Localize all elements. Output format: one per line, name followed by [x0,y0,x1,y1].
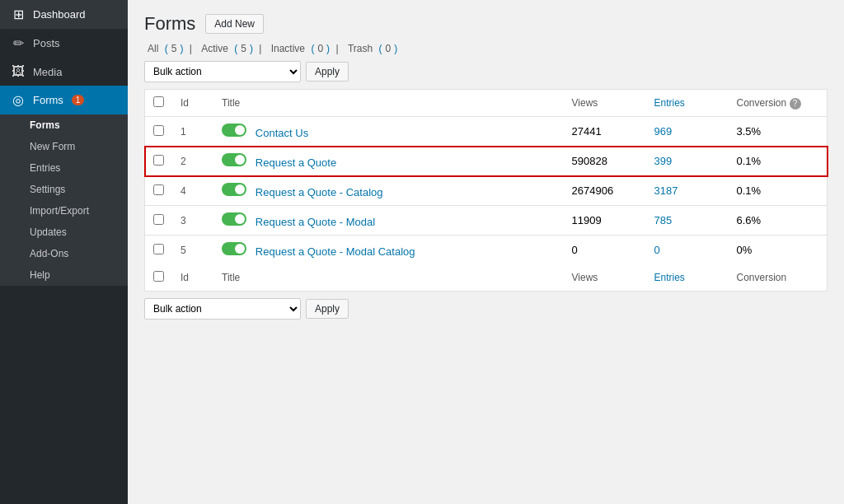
row-views: 27441 [564,117,646,147]
row-toggle[interactable] [222,242,246,255]
header-conversion: Conversion ? [729,90,828,117]
row-checkbox[interactable] [153,214,164,225]
row-toggle[interactable] [222,212,246,226]
footer-conversion: Conversion [729,264,828,292]
bulk-action-bar-top: Bulk action Delete Apply [144,61,828,82]
row-checkbox-cell [145,117,173,147]
sidebar-submenu-item-forms[interactable]: Forms [0,114,128,136]
filter-inactive-link[interactable]: Inactive (0) [268,43,333,54]
form-title-link[interactable]: Request a Quote - Catalog [256,186,383,198]
sidebar-item-label: Posts [33,37,60,49]
row-id: 3 [172,206,213,236]
table-row: 2 Request a Quote 590828 399 0.1% [145,147,828,176]
row-title-cell: Request a Quote - Modal Catalog [213,236,564,265]
row-checkbox[interactable] [153,125,164,136]
filter-all-link[interactable]: All (5) [144,43,186,54]
bulk-action-select-bottom[interactable]: Bulk action Delete [144,298,301,320]
table-row: 4 Request a Quote - Catalog 2674906 3187… [145,176,828,206]
add-new-button[interactable]: Add New [205,14,264,34]
sidebar-item-label: Dashboard [33,8,86,21]
row-toggle[interactable] [222,153,246,166]
row-id: 4 [172,176,213,206]
row-conversion: 6.6% [729,206,828,236]
row-checkbox[interactable] [153,244,164,254]
sidebar-item-media[interactable]: 🖼 Media [0,58,128,86]
forms-table: Id Title Views Entries Conversion ? 1 [144,89,828,292]
row-entries-link[interactable]: 969 [654,125,673,138]
row-views: 0 [564,236,646,265]
dashboard-icon: ⊞ [10,7,26,22]
toggle-track [222,242,246,255]
sidebar-submenu-item-updates[interactable]: Updates [0,222,128,243]
select-all-checkbox[interactable] [153,96,164,107]
sidebar-submenu-item-add-ons[interactable]: Add-Ons [0,243,128,264]
header-checkbox-cell [145,90,173,117]
header-title: Title [213,90,564,117]
filter-trash-link[interactable]: Trash (0) [345,43,397,54]
toggle-thumb [235,125,245,135]
row-entries: 0 [646,236,729,265]
table-header-row: Id Title Views Entries Conversion ? [145,90,828,117]
main-content: Forms Add New All (5) | Active (5) | Ina… [128,0,844,504]
filter-active-link[interactable]: Active (5) [198,43,256,54]
toggle-track [222,212,246,226]
row-checkbox[interactable] [153,184,164,195]
toggle-thumb [235,155,245,165]
row-entries: 969 [646,117,729,147]
table-row: 3 Request a Quote - Modal 11909 785 6.6% [145,206,828,236]
toggle-track [222,153,246,166]
conversion-help-icon[interactable]: ? [790,98,801,110]
sidebar-submenu-item-help[interactable]: Help [0,264,128,286]
row-conversion: 0.1% [729,147,828,176]
footer-checkbox-cell [145,264,173,292]
sidebar-submenu-item-settings[interactable]: Settings [0,179,128,200]
row-id: 2 [172,147,213,176]
footer-views: Views [564,264,646,292]
form-title-link[interactable]: Request a Quote [256,156,336,169]
row-entries: 3187 [646,176,729,206]
row-entries-link[interactable]: 3187 [654,184,678,197]
table-row: 1 Contact Us 27441 969 3.5% [145,117,828,147]
footer-entries: Entries [646,264,729,292]
footer-id: Id [172,264,213,292]
row-title-cell: Contact Us [213,117,564,147]
footer-title: Title [213,264,564,292]
header-id: Id [172,90,213,117]
row-entries-link[interactable]: 0 [654,244,660,256]
row-checkbox-cell [145,147,173,176]
select-all-checkbox-footer[interactable] [153,271,164,282]
sidebar-submenu-item-import-export[interactable]: Import/Export [0,200,128,222]
row-entries-link[interactable]: 785 [654,214,673,226]
page-header: Forms Add New [144,13,828,35]
forms-icon: ◎ [10,92,26,108]
row-toggle[interactable] [222,124,246,137]
bulk-action-bar-bottom: Bulk action Delete Apply [144,298,828,320]
sidebar-submenu-item-entries[interactable]: Entries [0,157,128,179]
row-conversion: 3.5% [729,117,828,147]
form-title-link[interactable]: Request a Quote - Modal [256,216,375,228]
apply-button-top[interactable]: Apply [306,62,349,82]
apply-button-bottom[interactable]: Apply [306,299,349,319]
row-toggle[interactable] [222,183,246,196]
row-checkbox-cell [145,176,173,206]
row-title-cell: Request a Quote [213,147,564,176]
toggle-thumb [235,214,245,224]
bulk-action-select-top[interactable]: Bulk action Delete [144,61,301,82]
sidebar-item-forms[interactable]: ◎ Forms 1 [0,86,128,114]
sidebar-item-posts[interactable]: ✏ Posts [0,29,128,58]
sidebar-item-dashboard[interactable]: ⊞ Dashboard [0,0,128,29]
table-footer-row: Id Title Views Entries Conversion [145,264,828,292]
row-conversion: 0.1% [729,176,828,206]
header-views: Views [564,90,646,117]
row-entries-link[interactable]: 399 [654,155,673,167]
form-title-link[interactable]: Request a Quote - Modal Catalog [256,245,415,258]
sidebar-submenu-item-new-form[interactable]: New Form [0,136,128,157]
sidebar-item-label: Forms [33,94,63,106]
row-checkbox[interactable] [153,155,164,166]
toggle-thumb [235,184,245,194]
toggle-thumb [235,244,245,254]
form-title-link[interactable]: Contact Us [256,127,308,139]
sidebar-submenu: Forms New Form Entries Settings Import/E… [0,114,128,286]
row-id: 5 [172,236,213,265]
row-views: 2674906 [564,176,646,206]
